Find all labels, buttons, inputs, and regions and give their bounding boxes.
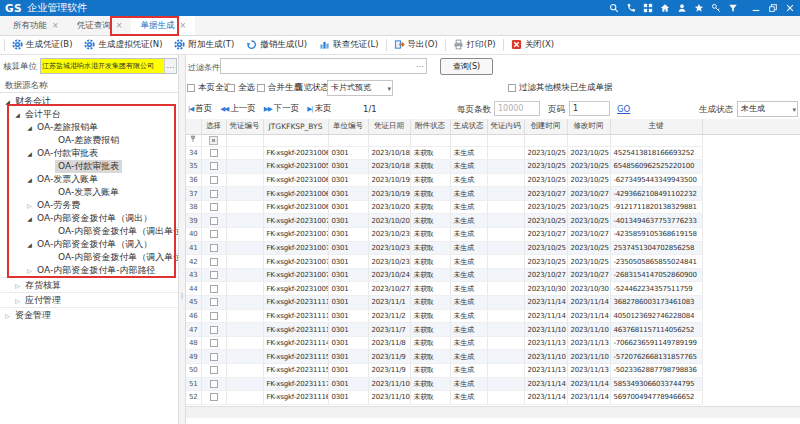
select-cell[interactable] (201, 364, 226, 378)
select-filter-button[interactable] (209, 136, 218, 145)
tree-item[interactable]: ▷OA-内部资金拨付单-内部路径 (0, 264, 178, 277)
row-checkbox[interactable] (210, 366, 218, 374)
tree-item[interactable]: ▷OA-劳务费 (0, 199, 178, 212)
panel-splitter[interactable]: ⁞ (178, 55, 186, 424)
minimize-icon[interactable] (751, 3, 761, 13)
tree-item[interactable]: ▷存货核算 (0, 277, 178, 292)
filter-cell[interactable] (226, 134, 263, 146)
last-page-button[interactable]: ▶| 末页 (307, 103, 331, 115)
tab-bill-generation[interactable]: 单据生成 × (131, 16, 195, 35)
select-cell[interactable] (201, 350, 226, 364)
prev-page-button[interactable]: ◀◀ 上一页 (220, 103, 256, 115)
checkbox-icon[interactable] (257, 84, 265, 92)
print-button[interactable]: 打印(P) (447, 37, 502, 54)
filter-icon[interactable] (728, 3, 738, 13)
select-cell[interactable] (201, 377, 226, 391)
filter-cell[interactable] (487, 134, 524, 146)
go-link[interactable]: GO (617, 104, 630, 114)
column-header[interactable]: 修改时间 (567, 119, 610, 134)
filter-generated-checkbox[interactable]: 过滤其他模块已生成单据 (508, 82, 613, 94)
table-row[interactable]: 43FK-xsgkf-20231007503012023/10/24未获取未生成… (186, 268, 800, 282)
row-checkbox[interactable] (210, 149, 218, 157)
tab-all-functions[interactable]: 所有功能 × (4, 16, 68, 35)
tab-close-icon[interactable]: × (179, 21, 186, 30)
row-checkbox[interactable] (210, 353, 218, 361)
first-page-button[interactable]: |◀ 首页 (188, 103, 212, 115)
filter-cell[interactable] (328, 134, 368, 146)
select-cell[interactable] (201, 268, 226, 282)
phone-icon[interactable] (626, 3, 636, 13)
row-checkbox[interactable] (210, 217, 218, 225)
tree-item[interactable]: ◢OA-内部资金拨付单（调出） (0, 212, 178, 225)
additional-generate-button[interactable]: 附加生成(T) (168, 37, 240, 54)
table-row[interactable]: 35FK-xsgkf-20231005603012023/10/18未获取未生成… (186, 160, 800, 174)
table-row[interactable]: 49FK-xsgkf-20231115303012023/11/9未获取未生成2… (186, 350, 800, 364)
checkbox-icon[interactable] (508, 84, 516, 92)
row-checkbox[interactable] (210, 380, 218, 388)
per-page-input[interactable]: 10000 (494, 101, 540, 116)
row-checkbox[interactable] (210, 339, 218, 347)
table-row[interactable]: 36FK-xsgkf-20231006703012023/10/19未获取未生成… (186, 173, 800, 187)
tree-item[interactable]: OA-内部资金拨付单（调出单位凭证） (0, 225, 178, 238)
tree-item[interactable]: ▷应付管理 (0, 292, 178, 307)
select-cell[interactable] (201, 336, 226, 350)
horizontal-scrollbar[interactable] (186, 406, 800, 418)
table-row[interactable]: 41FK-xsgkf-20231007303012023/10/23未获取未生成… (186, 241, 800, 255)
preview-status-select[interactable]: 卡片式预览 ▾ (327, 80, 393, 96)
filter-cell[interactable] (524, 134, 567, 146)
key-icon[interactable] (711, 3, 721, 13)
select-cell[interactable] (201, 228, 226, 242)
column-header[interactable]: 附件状态 (410, 119, 450, 134)
table-row[interactable]: 45FK-xsgkf-20231111003012023/11/1未获取未生成2… (186, 296, 800, 310)
filter-cell[interactable] (567, 134, 610, 146)
collapse-arrow-icon[interactable]: ◢ (25, 121, 34, 134)
tree-item[interactable]: OA-发票入账单 (0, 186, 178, 199)
select-cell[interactable] (201, 241, 226, 255)
home-icon[interactable] (660, 3, 670, 13)
filter-cell[interactable] (410, 134, 450, 146)
linked-voucher-button[interactable]: 联查凭证(L) (313, 37, 384, 54)
tree-item[interactable]: OA-付款审批表 (0, 160, 178, 173)
collapse-arrow-icon[interactable]: ◢ (3, 95, 12, 108)
checkbox-icon[interactable] (187, 84, 195, 92)
collapse-arrow-icon[interactable]: ◢ (25, 238, 34, 251)
select-cell[interactable] (201, 173, 226, 187)
filter-input[interactable]: … (220, 58, 427, 74)
filter-cell[interactable] (610, 134, 702, 146)
restore-icon[interactable] (768, 3, 778, 13)
tree-item[interactable]: ◢OA-内部资金拨付单（调入） (0, 238, 178, 251)
collapse-arrow-icon[interactable]: ◢ (25, 212, 34, 225)
generate-voucher-button[interactable]: 生成凭证(B) (6, 37, 78, 54)
table-row[interactable]: 47FK-xsgkf-20231111903012023/11/7未获取未生成2… (186, 323, 800, 337)
tab-close-icon[interactable]: × (52, 21, 59, 30)
tree-item[interactable]: OA-差旅费报销 (0, 134, 178, 147)
page-number-input[interactable]: 1 (569, 101, 610, 116)
select-all-checkbox[interactable]: 全选 (227, 82, 255, 94)
select-cell[interactable] (201, 391, 226, 405)
expand-arrow-icon[interactable]: ▷ (3, 308, 12, 323)
column-header[interactable]: 凭证编号 (226, 119, 263, 134)
search-button[interactable]: 查询(S) (440, 58, 493, 75)
tree-item[interactable]: ◢OA-发票入账单 (0, 173, 178, 186)
table-row[interactable]: 42FK-xsgkf-20231007403012023/10/23未获取未生成… (186, 255, 800, 269)
table-row[interactable]: 51FK-xsgkf-20231117003012023/11/10未获取未生成… (186, 377, 800, 391)
column-header[interactable]: 凭证日期 (368, 119, 410, 134)
row-checkbox[interactable] (210, 176, 218, 184)
table-row[interactable]: 48FK-xsgkf-20231114603012023/11/8未获取未生成2… (186, 336, 800, 350)
select-cell[interactable] (201, 296, 226, 310)
select-cell[interactable] (201, 146, 226, 160)
row-checkbox[interactable] (210, 162, 218, 170)
undo-generate-button[interactable]: 撤销生成(U) (240, 37, 313, 54)
tree-item[interactable]: ◢OA-差旅报销单 (0, 121, 178, 134)
expand-arrow-icon[interactable]: ▷ (25, 199, 34, 212)
row-checkbox[interactable] (210, 271, 218, 279)
select-page-checkbox[interactable]: 本页全选 (187, 82, 232, 94)
tree-item[interactable]: ◢OA-付款审批表 (0, 147, 178, 160)
table-row[interactable]: 40FK-xsgkf-20231007103012023/10/23未获取未生成… (186, 228, 800, 242)
accounting-unit-input[interactable]: 江苏盐城港响水港开发集团有限公司 … (40, 58, 177, 74)
row-checkbox[interactable] (210, 312, 218, 320)
select-cell[interactable] (201, 323, 226, 337)
collapse-arrow-icon[interactable]: ◢ (25, 173, 34, 186)
row-checkbox[interactable] (210, 203, 218, 211)
table-row[interactable]: 44FK-xsgkf-20231009303012023/10/27未获取未生成… (186, 282, 800, 296)
